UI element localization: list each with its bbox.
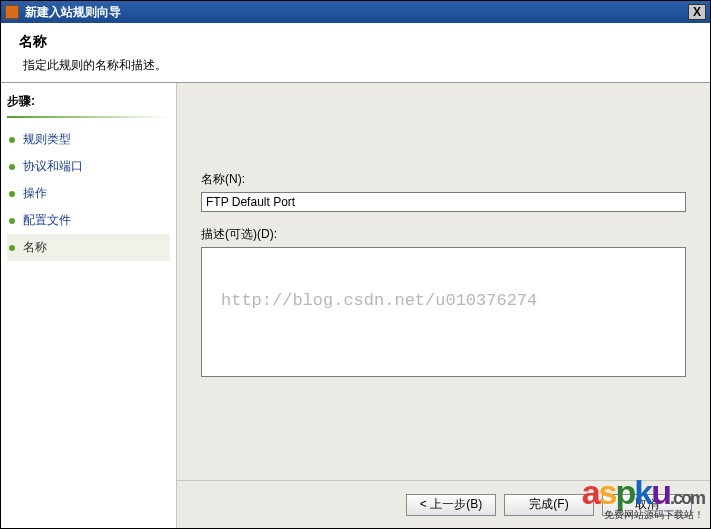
bullet-icon <box>9 164 15 170</box>
window-title: 新建入站规则向导 <box>25 4 688 21</box>
description-textarea[interactable] <box>201 247 686 377</box>
page-title: 名称 <box>19 33 692 51</box>
steps-sidebar: 步骤: 规则类型 协议和端口 操作 配置文件 名称 <box>1 83 176 528</box>
content-pane: 名称(N): 描述(可选)(D): < 上一步(B) 完成(F) 取消 <box>176 83 710 528</box>
page-header: 名称 指定此规则的名称和描述。 <box>1 23 710 82</box>
name-label: 名称(N): <box>201 171 686 188</box>
step-label: 配置文件 <box>23 212 71 229</box>
wizard-footer: < 上一步(B) 完成(F) 取消 <box>177 480 710 528</box>
back-button[interactable]: < 上一步(B) <box>406 494 496 516</box>
steps-heading: 步骤: <box>7 93 170 110</box>
step-profile[interactable]: 配置文件 <box>7 207 170 234</box>
close-button[interactable]: X <box>688 4 706 20</box>
name-input[interactable] <box>201 192 686 212</box>
page-subtitle: 指定此规则的名称和描述。 <box>23 57 692 74</box>
wizard-body: 步骤: 规则类型 协议和端口 操作 配置文件 名称 <box>1 83 710 528</box>
description-label: 描述(可选)(D): <box>201 226 686 243</box>
step-label: 规则类型 <box>23 131 71 148</box>
bullet-icon <box>9 137 15 143</box>
cancel-button[interactable]: 取消 <box>602 494 692 516</box>
step-label: 操作 <box>23 185 47 202</box>
step-name[interactable]: 名称 <box>7 234 170 261</box>
titlebar: 新建入站规则向导 X <box>1 1 710 23</box>
wizard-window: 新建入站规则向导 X 名称 指定此规则的名称和描述。 步骤: 规则类型 协议和端… <box>0 0 711 529</box>
step-rule-type[interactable]: 规则类型 <box>7 126 170 153</box>
bullet-icon <box>9 191 15 197</box>
step-action[interactable]: 操作 <box>7 180 170 207</box>
step-protocol-port[interactable]: 协议和端口 <box>7 153 170 180</box>
step-label: 协议和端口 <box>23 158 83 175</box>
step-label: 名称 <box>23 239 47 256</box>
app-icon <box>5 5 19 19</box>
bullet-icon <box>9 245 15 251</box>
bullet-icon <box>9 218 15 224</box>
steps-divider <box>7 116 170 118</box>
finish-button[interactable]: 完成(F) <box>504 494 594 516</box>
